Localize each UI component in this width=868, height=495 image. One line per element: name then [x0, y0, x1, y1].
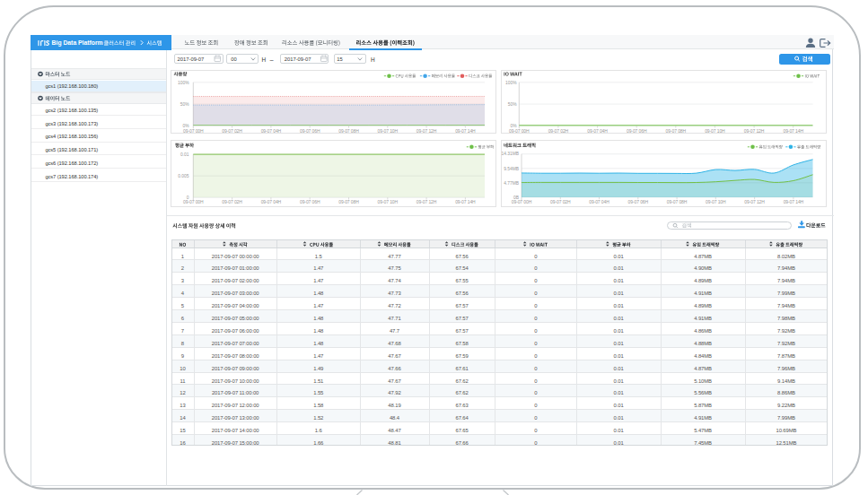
svg-text:4.77MB: 4.77MB [504, 181, 519, 186]
svg-text:09-07 12H: 09-07 12H [744, 199, 765, 204]
svg-text:09-07 06H: 09-07 06H [627, 128, 647, 134]
svg-text:09-07 08H: 09-07 08H [338, 128, 359, 134]
svg-text:09-07 02H: 09-07 02H [222, 128, 242, 134]
svg-text:09-07 12H: 09-07 12H [416, 128, 437, 134]
svg-text:09-07 12H: 09-07 12H [416, 199, 437, 204]
svg-text:09-07 08H: 09-07 08H [666, 128, 687, 134]
svg-text:09-07 14H: 09-07 14H [784, 199, 804, 204]
svg-text:09-07 10H: 09-07 10H [378, 128, 399, 134]
svg-text:9.54MB: 9.54MB [504, 167, 519, 171]
svg-text:100%: 100% [505, 81, 517, 85]
svg-text:09-07 14H: 09-07 14H [455, 128, 476, 134]
svg-text:100%: 100% [178, 81, 189, 85]
svg-text:09-07 04H: 09-07 04H [261, 128, 282, 134]
svg-text:09-07 10H: 09-07 10H [705, 128, 725, 134]
svg-text:09-07 00H: 09-07 00H [183, 199, 204, 204]
svg-text:09-07 04H: 09-07 04H [589, 199, 609, 204]
svg-text:14.31MB: 14.31MB [501, 152, 519, 156]
svg-text:09-07 06H: 09-07 06H [628, 199, 649, 204]
svg-text:09-07 02H: 09-07 02H [550, 199, 571, 204]
svg-text:09-07 00H: 09-07 00H [509, 128, 530, 134]
svg-text:50%: 50% [180, 102, 189, 107]
svg-text:09-07 14H: 09-07 14H [455, 199, 476, 204]
svg-text:09-07 08H: 09-07 08H [667, 199, 688, 204]
svg-text:09-07 02H: 09-07 02H [222, 199, 242, 204]
svg-text:0.01: 0.01 [180, 152, 189, 157]
svg-text:09-07 10H: 09-07 10H [706, 199, 726, 204]
svg-text:09-07 02H: 09-07 02H [548, 128, 569, 134]
svg-text:09-07 12H: 09-07 12H [744, 128, 765, 134]
svg-text:09-07 06H: 09-07 06H [300, 199, 320, 204]
svg-text:0.005: 0.005 [178, 174, 189, 178]
svg-text:09-07 04H: 09-07 04H [261, 199, 282, 204]
svg-text:09-07 08H: 09-07 08H [338, 199, 359, 204]
svg-text:50%: 50% [508, 102, 517, 107]
svg-text:09-07 00H: 09-07 00H [183, 128, 204, 134]
svg-text:09-07 06H: 09-07 06H [300, 128, 320, 134]
svg-text:09-07 10H: 09-07 10H [378, 199, 399, 204]
svg-text:09-07 04H: 09-07 04H [587, 128, 608, 134]
svg-text:09-07 14H: 09-07 14H [783, 128, 803, 134]
svg-text:09-07 00H: 09-07 00H [512, 199, 532, 204]
